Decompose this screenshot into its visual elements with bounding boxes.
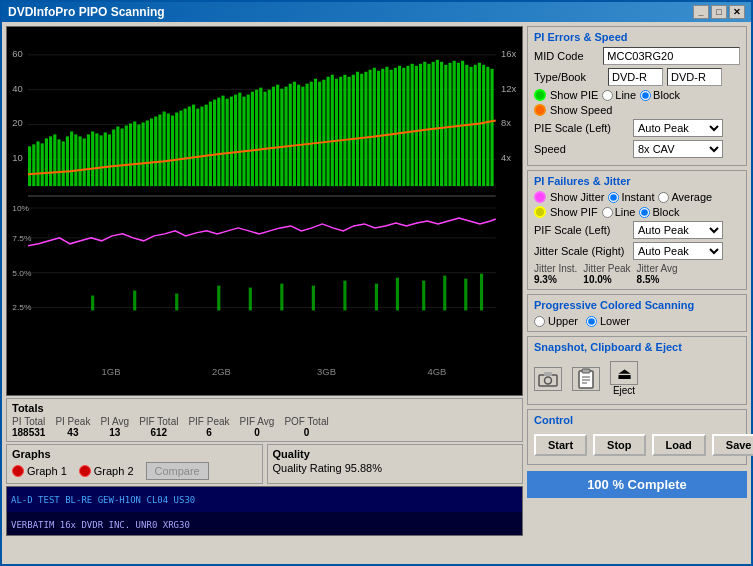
clipboard-button[interactable]	[572, 367, 600, 391]
load-button[interactable]: Load	[652, 434, 706, 456]
mid-code-input	[603, 47, 740, 65]
svg-rect-109	[427, 64, 430, 186]
svg-rect-98	[381, 69, 384, 186]
graph1-item[interactable]: Graph 1	[12, 465, 67, 477]
svg-rect-122	[482, 65, 485, 186]
pif-scale-select[interactable]: Auto Peak	[633, 221, 723, 239]
start-button[interactable]: Start	[534, 434, 587, 456]
snapshot-section: Snapshot, Clipboard & Eject	[527, 336, 747, 405]
jitter-inst-value: 9.3%	[534, 274, 577, 285]
svg-rect-90	[348, 77, 351, 186]
pie-scale-label: PIE Scale (Left)	[534, 122, 629, 134]
svg-rect-36	[121, 128, 124, 186]
pi-peak-value: 43	[67, 427, 78, 438]
svg-rect-78	[297, 85, 300, 186]
svg-rect-117	[461, 61, 464, 186]
stop-button[interactable]: Stop	[593, 434, 645, 456]
svg-text:40: 40	[12, 84, 23, 94]
svg-text:8x: 8x	[501, 119, 511, 129]
svg-rect-135	[133, 291, 136, 311]
strip1-text: AL-D TEST BL-RE GEW-H1ON CL04 US30	[11, 495, 195, 505]
close-button[interactable]: ✕	[729, 5, 745, 19]
pie-line-radio[interactable]	[602, 90, 613, 101]
pif-line-radio[interactable]	[602, 207, 613, 218]
svg-rect-154	[544, 372, 552, 376]
svg-text:4GB: 4GB	[427, 367, 446, 377]
prog-lower-radio[interactable]	[586, 316, 597, 327]
svg-rect-107	[419, 64, 422, 186]
svg-rect-85	[327, 77, 330, 186]
show-speed-label: Show Speed	[550, 104, 612, 116]
pif-color-indicator	[534, 206, 546, 218]
maximize-button[interactable]: □	[711, 5, 727, 19]
eject-button[interactable]: ⏏ Eject	[610, 361, 638, 396]
svg-rect-55	[200, 107, 203, 187]
radio-jitter-average[interactable]: Average	[658, 191, 712, 203]
radio-pif-block[interactable]: Block	[639, 206, 679, 218]
pi-total-label: PI Total	[12, 416, 45, 427]
save-button[interactable]: Save	[712, 434, 753, 456]
svg-rect-100	[390, 70, 393, 186]
totals-title: Totals	[12, 402, 517, 414]
pi-peak-label: PI Peak	[55, 416, 90, 427]
jitter-average-radio[interactable]	[658, 192, 669, 203]
radio-pif-line[interactable]: Line	[602, 206, 636, 218]
svg-rect-146	[464, 279, 467, 311]
radio-pie-line[interactable]: Line	[602, 89, 636, 101]
svg-rect-14	[28, 146, 31, 186]
radio-jitter-instant[interactable]: Instant	[608, 191, 654, 203]
jitter-scale-select[interactable]: Auto Peak	[633, 242, 723, 260]
total-pi-total: PI Total 188531	[12, 416, 45, 438]
prog-scan-section: Progressive Colored Scanning Upper Lower	[527, 294, 747, 332]
svg-rect-27	[83, 138, 86, 186]
jitter-instant-radio[interactable]	[608, 192, 619, 203]
svg-rect-63	[234, 95, 237, 187]
jitter-average-label: Average	[671, 191, 712, 203]
show-pie-label: Show PIE	[550, 89, 598, 101]
graph2-label: Graph 2	[94, 465, 134, 477]
svg-rect-79	[301, 87, 304, 186]
jitter-instant-label: Instant	[621, 191, 654, 203]
mid-code-label: MID Code	[534, 50, 599, 62]
svg-rect-64	[238, 93, 241, 186]
svg-text:4x: 4x	[501, 153, 511, 163]
show-pif-label: Show PIF	[550, 206, 598, 218]
pif-block-radio[interactable]	[639, 207, 650, 218]
graph-svg: 60 40 20 10 16x 12x 8x 4x	[7, 27, 522, 395]
svg-rect-52	[188, 107, 191, 187]
svg-rect-115	[453, 61, 456, 186]
prog-upper-radio[interactable]	[534, 316, 545, 327]
jitter-peak-item: Jitter Peak 10.0%	[583, 263, 630, 285]
svg-rect-93	[360, 74, 363, 186]
pie-block-radio[interactable]	[640, 90, 651, 101]
compare-button[interactable]: Compare	[146, 462, 209, 480]
svg-text:60: 60	[12, 49, 23, 59]
graph-area: 60 40 20 10 16x 12x 8x 4x	[6, 26, 523, 396]
pof-total-value: 0	[304, 427, 310, 438]
quality-rating: Quality Rating 95.88%	[273, 462, 382, 474]
svg-rect-54	[196, 109, 199, 187]
pie-scale-select[interactable]: Auto Peak	[633, 119, 723, 137]
svg-rect-97	[377, 71, 380, 186]
pi-avg-label: PI Avg	[100, 416, 129, 427]
minimize-button[interactable]: _	[693, 5, 709, 19]
prog-lower-label: Lower	[600, 315, 630, 327]
radio-pie-block[interactable]: Block	[640, 89, 680, 101]
svg-rect-29	[91, 131, 94, 186]
svg-rect-69	[259, 88, 262, 186]
pi-total-value: 188531	[12, 427, 45, 438]
svg-rect-73	[276, 85, 279, 186]
camera-button[interactable]	[534, 367, 562, 391]
speed-select[interactable]: 8x CAV	[633, 140, 723, 158]
eject-label: Eject	[613, 385, 635, 396]
svg-rect-48	[171, 116, 174, 187]
camera-icon	[534, 367, 562, 391]
total-pif-avg: PIF Avg 0	[240, 416, 275, 438]
svg-rect-139	[280, 284, 283, 311]
svg-rect-147	[480, 274, 483, 311]
graph2-item[interactable]: Graph 2	[79, 465, 134, 477]
svg-rect-81	[310, 82, 313, 186]
pie-block-label: Block	[653, 89, 680, 101]
svg-rect-156	[582, 369, 590, 373]
show-jitter-row: Show Jitter Instant Average	[534, 191, 740, 203]
